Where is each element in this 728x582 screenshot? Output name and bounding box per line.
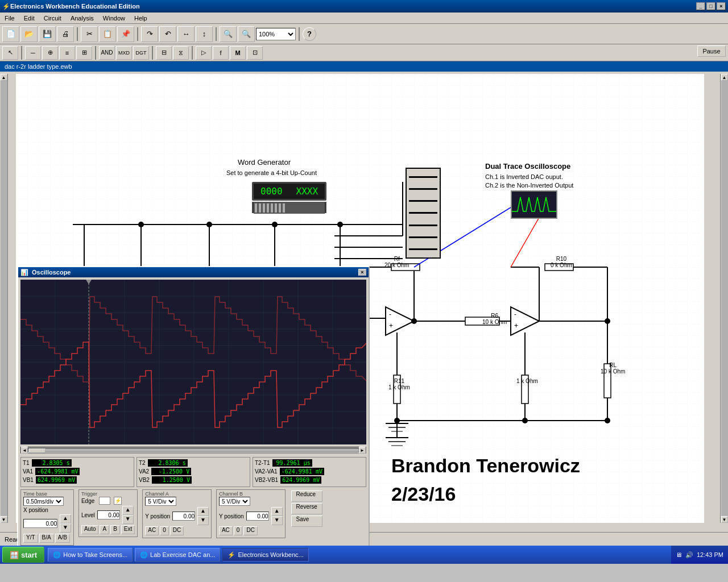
misc-button[interactable]: ⊡ — [247, 46, 263, 60]
transistor-button[interactable]: f — [213, 46, 229, 60]
yt-btn[interactable]: Y/T — [23, 534, 38, 543]
wire-button[interactable]: ─ — [25, 46, 41, 60]
rotate-cw-button[interactable]: ↷ — [141, 26, 158, 42]
osc-title: Oscilloscope — [32, 269, 71, 276]
cha-dc-btn[interactable]: DC — [170, 526, 184, 535]
dual-osc-title: Dual Trace Oscilloscope — [485, 162, 570, 171]
scroll-down-arrow2[interactable]: ▼ — [721, 516, 728, 523]
reduce-btn[interactable]: Reduce — [291, 490, 322, 502]
digital-button[interactable]: DGT — [133, 46, 149, 60]
osc-hscroll[interactable]: ◄ ► — [20, 447, 366, 454]
bus-button[interactable]: ≡ — [59, 46, 75, 60]
time-base-select[interactable]: 0.50ms/div — [23, 497, 64, 506]
chb-ypos-up[interactable]: ▲ — [271, 507, 283, 516]
a-trig-btn[interactable]: A — [100, 525, 109, 534]
copy-button[interactable]: 📋 — [99, 26, 116, 42]
zoom-in-button[interactable]: 🔍 — [220, 26, 237, 42]
trigger-edge-type: ⚡ — [114, 497, 122, 505]
hscroll-thumb[interactable] — [28, 448, 46, 453]
hscroll-track[interactable] — [28, 448, 359, 452]
menu-edit[interactable]: Edit — [19, 14, 39, 23]
zoom-out-button[interactable]: 🔍 — [238, 26, 255, 42]
help-button[interactable]: ? — [303, 27, 316, 41]
system-tray: 🖥 🔊 12:43 PM — [671, 546, 728, 564]
osc-meas-t2: T2 2.8306 s VA2 -1.2500 V VB2 1.2500 V — [136, 457, 250, 487]
start-button[interactable]: 🪟 start — [2, 547, 44, 563]
cha-ypos-down[interactable]: ▼ — [197, 516, 209, 525]
chb-ypos-down[interactable]: ▼ — [271, 516, 283, 525]
logic-gates-button[interactable]: AND — [99, 46, 115, 60]
menu-circuit[interactable]: Circuit — [39, 14, 66, 23]
minimize-button[interactable]: _ — [696, 2, 705, 10]
rotate-ccw-button[interactable]: ↶ — [159, 26, 176, 42]
tray-icon-net: 🖥 — [676, 551, 682, 558]
xpos-input[interactable] — [23, 519, 57, 528]
scroll-up-arrow[interactable]: ▲ — [1, 74, 7, 81]
paste-button[interactable]: 📌 — [117, 26, 134, 42]
save-button[interactable]: 💾 — [39, 26, 56, 42]
ch-b-ypos[interactable] — [246, 512, 269, 521]
xpos-up[interactable]: ▲ — [60, 514, 71, 523]
toolbar2: ↖ ─ ⊕ ≡ ⊞ AND MXD DGT ⊟ ⧖ ▷ f M ⊡ — [0, 44, 728, 61]
print-button[interactable]: 🖨 — [57, 26, 74, 42]
open-button[interactable]: 📂 — [20, 26, 38, 42]
xpos-label: X position — [23, 507, 48, 513]
new-button[interactable]: 📄 — [2, 26, 19, 42]
spdt-button[interactable]: ⊟ — [156, 46, 172, 60]
hscroll-left-btn[interactable]: ◄ — [21, 447, 28, 454]
chb-0-btn[interactable]: 0 — [234, 526, 243, 535]
chb-ac-btn[interactable]: AC — [219, 526, 233, 535]
menu-window[interactable]: Window — [98, 14, 130, 23]
close-button[interactable]: × — [717, 2, 726, 10]
flip-h-button[interactable]: ↔ — [177, 26, 195, 42]
channel-b-section: Channel B 5 V/Div Y position ▲ ▼ AC — [216, 489, 286, 538]
taskbar-item-2[interactable]: ⚡ Electronics Workbenc... — [222, 548, 308, 562]
sep6 — [95, 46, 96, 60]
save-btn[interactable]: Save — [291, 516, 322, 527]
left-scrollbar[interactable]: ▲ ▼ — [0, 74, 8, 523]
menu-analysis[interactable]: Analysis — [66, 14, 98, 23]
zoom-select[interactable]: 100% 75% 50% 150% — [256, 28, 296, 40]
cha-ypos-up[interactable]: ▲ — [197, 507, 209, 516]
level-down[interactable]: ▼ — [122, 515, 134, 524]
cha-0-btn[interactable]: 0 — [160, 526, 169, 535]
node-button[interactable]: ⊕ — [42, 46, 58, 60]
chb-dc-btn[interactable]: DC — [243, 526, 257, 535]
scroll-track[interactable] — [1, 81, 7, 516]
reverse-btn[interactable]: Reverse — [291, 503, 322, 514]
taskbar-item-1[interactable]: 🌐 Lab Exercise DAC an... — [135, 548, 220, 562]
analog-button[interactable]: M — [230, 46, 246, 60]
right-scrollbar[interactable]: ▲ ▼ — [720, 74, 728, 523]
flip-v-button[interactable]: ↕ — [196, 26, 213, 42]
mixed-button[interactable]: MXD — [116, 46, 132, 60]
menu-help[interactable]: Help — [130, 14, 152, 23]
osc-measurements-row: T1 2.8305 s VA1 -624.9981 mV VB1 624.996… — [20, 457, 366, 487]
scroll-up-arrow2[interactable]: ▲ — [721, 74, 728, 81]
ba-btn[interactable]: B/A — [39, 534, 54, 543]
ext-btn[interactable]: Ext — [121, 525, 135, 534]
maximize-button[interactable]: □ — [706, 2, 715, 10]
scroll-track2[interactable] — [721, 81, 728, 516]
xpos-down[interactable]: ▼ — [60, 523, 71, 533]
cha-ac-btn[interactable]: AC — [145, 526, 159, 535]
ch-a-ypos[interactable] — [172, 512, 195, 521]
trigger-section: Trigger Edge ⚡ Level ▲ ▼ — [78, 489, 138, 537]
scroll-down-arrow[interactable]: ▼ — [1, 516, 7, 523]
cut-button[interactable]: ✂ — [81, 26, 98, 42]
ab-btn[interactable]: A/B — [55, 534, 70, 543]
osc-close-button[interactable]: × — [358, 269, 366, 276]
resistor-button[interactable]: ⧖ — [173, 46, 189, 60]
level-up[interactable]: ▲ — [122, 506, 134, 515]
b-trig-btn[interactable]: B — [110, 525, 120, 534]
channel-a-vdiv[interactable]: 5 V/Div — [145, 497, 176, 506]
hscroll-right-btn[interactable]: ► — [359, 447, 366, 454]
connector-button[interactable]: ⊞ — [76, 46, 92, 60]
channel-b-vdiv[interactable]: 5 V/Div — [219, 497, 250, 506]
menu-file[interactable]: File — [0, 14, 19, 23]
taskbar-item-0[interactable]: 🌐 How to Take Screens... — [48, 548, 133, 562]
auto-btn[interactable]: Auto — [81, 525, 99, 534]
level-input[interactable] — [97, 510, 120, 519]
pause-button[interactable]: Pause — [697, 45, 726, 57]
pointer-button[interactable]: ↖ — [2, 46, 18, 60]
diode-button[interactable]: ▷ — [196, 46, 212, 60]
